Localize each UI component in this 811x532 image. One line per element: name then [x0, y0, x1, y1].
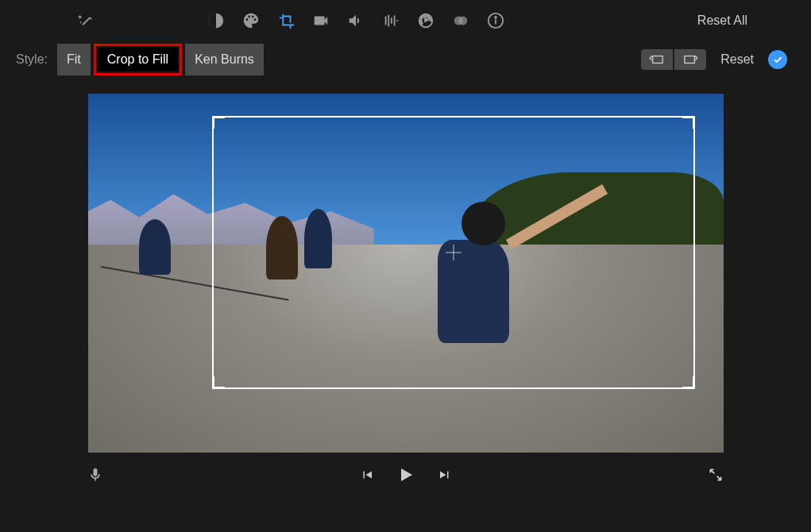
- voiceover-mic-button[interactable]: [87, 465, 103, 488]
- speaker-icon[interactable]: [340, 5, 372, 37]
- rotate-group: [641, 49, 706, 70]
- svg-point-3: [458, 17, 467, 25]
- reset-all-button[interactable]: Reset All: [697, 13, 747, 28]
- apply-check-button[interactable]: [768, 50, 787, 69]
- fullscreen-button[interactable]: [708, 467, 724, 486]
- previous-frame-button[interactable]: [360, 468, 374, 485]
- camera-icon[interactable]: [305, 5, 337, 37]
- speedometer-icon[interactable]: [410, 5, 442, 37]
- preview-person-main: [406, 202, 565, 392]
- color-balance-icon[interactable]: [200, 5, 232, 37]
- equalizer-icon[interactable]: [375, 5, 407, 37]
- style-crop-to-fill-button[interactable]: Crop to Fill: [98, 48, 178, 71]
- preview-person: [266, 216, 298, 279]
- rotate-cw-button[interactable]: [674, 49, 706, 70]
- transport-controls: [360, 465, 452, 488]
- rotate-ccw-button[interactable]: [641, 49, 673, 70]
- style-segmented-control: Fit Crop to Fill Ken Burns: [57, 44, 264, 75]
- style-fit-button[interactable]: Fit: [57, 44, 91, 75]
- style-ken-burns-button[interactable]: Ken Burns: [185, 44, 264, 75]
- palette-icon[interactable]: [235, 5, 267, 37]
- tutorial-highlight: Crop to Fill: [94, 44, 182, 75]
- video-preview[interactable]: [88, 94, 724, 453]
- crop-icon[interactable]: [270, 5, 302, 37]
- preview-person: [139, 219, 171, 275]
- svg-rect-5: [653, 56, 662, 64]
- next-frame-button[interactable]: [438, 468, 452, 485]
- play-button[interactable]: [396, 465, 415, 488]
- overlap-circles-icon[interactable]: [445, 5, 477, 37]
- preview-person: [304, 209, 332, 268]
- info-icon[interactable]: [480, 5, 512, 37]
- enhance-wand-icon[interactable]: [70, 5, 102, 37]
- svg-rect-6: [685, 56, 694, 64]
- style-label: Style:: [16, 52, 48, 67]
- reset-button[interactable]: Reset: [720, 52, 754, 67]
